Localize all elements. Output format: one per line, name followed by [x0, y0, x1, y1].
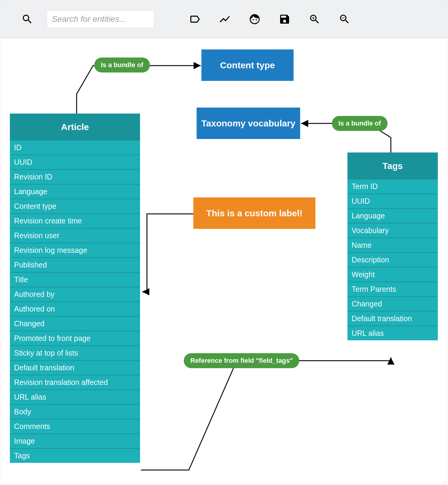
entity-field[interactable]: Name: [347, 238, 438, 253]
entity-header: Tags: [347, 152, 438, 179]
toolbar: [0, 0, 448, 38]
entity-field[interactable]: Revision log message: [10, 243, 140, 258]
entity-field[interactable]: Vocabulary: [347, 223, 438, 238]
label-icon[interactable]: [184, 12, 205, 26]
node-content-type[interactable]: Content type: [201, 49, 294, 81]
entity-field[interactable]: Revision ID: [10, 170, 140, 185]
entity-field[interactable]: UUID: [347, 194, 438, 209]
entity-field[interactable]: Promoted to front page: [10, 331, 140, 346]
entity-field[interactable]: Language: [347, 209, 438, 223]
entity-field[interactable]: Description: [347, 253, 438, 268]
zoom-in-icon[interactable]: [304, 12, 325, 26]
entity-field[interactable]: Language: [10, 185, 140, 199]
custom-label-box[interactable]: This is a custom label!: [193, 197, 315, 229]
entity-field[interactable]: Tags: [10, 449, 140, 463]
entity-field[interactable]: Revision create time: [10, 214, 140, 229]
timeline-icon[interactable]: [214, 12, 235, 26]
entity-field[interactable]: URL alias: [10, 390, 140, 405]
node-label: Content type: [220, 60, 275, 70]
entity-field[interactable]: Title: [10, 273, 140, 287]
entity-field[interactable]: Revision user: [10, 229, 140, 243]
entity-tags[interactable]: Tags Term ID UUID Language Vocabulary Na…: [347, 152, 438, 340]
entity-field[interactable]: Image: [10, 434, 140, 449]
entity-title: Tags: [382, 161, 403, 171]
entity-field[interactable]: Weight: [347, 268, 438, 282]
entity-field[interactable]: Term ID: [347, 179, 438, 194]
entity-field[interactable]: Body: [10, 405, 140, 419]
node-taxonomy-vocabulary[interactable]: Taxonomy vocabulary: [197, 108, 300, 139]
entity-field[interactable]: Sticky at top of lists: [10, 346, 140, 361]
zoom-out-icon[interactable]: [334, 12, 355, 26]
entity-field[interactable]: Changed: [10, 317, 140, 331]
entity-field[interactable]: Comments: [10, 419, 140, 434]
save-icon[interactable]: [274, 12, 295, 26]
entity-field[interactable]: Default translation: [347, 312, 438, 326]
custom-label-text: This is a custom label!: [206, 208, 303, 218]
node-label: Taxonomy vocabulary: [201, 118, 296, 129]
entity-field[interactable]: Revision translation affected: [10, 375, 140, 390]
edge-label-article-bundle: Is a bundle of: [94, 58, 150, 72]
entity-field[interactable]: URL alias: [347, 326, 438, 340]
entity-field[interactable]: Authored on: [10, 302, 140, 317]
entity-field[interactable]: Content type: [10, 199, 140, 214]
diagram-canvas[interactable]: Content type Taxonomy vocabulary This is…: [0, 38, 448, 485]
entity-field[interactable]: Published: [10, 258, 140, 273]
entity-field[interactable]: UUID: [10, 155, 140, 170]
resize-handle-icon[interactable]: [440, 478, 446, 484]
search-icon[interactable]: [17, 12, 38, 26]
entity-article[interactable]: Article ID UUID Revision ID Language Con…: [10, 114, 140, 463]
entity-field[interactable]: Authored by: [10, 287, 140, 302]
entity-title: Article: [61, 122, 89, 132]
search-input[interactable]: [47, 10, 154, 28]
entity-field[interactable]: ID: [10, 140, 140, 155]
entity-field[interactable]: Default translation: [10, 361, 140, 375]
entity-field[interactable]: Term Parents: [347, 282, 438, 297]
entity-header: Article: [10, 114, 140, 140]
edge-label-field-tags: Reference from field "field_tags": [184, 353, 299, 368]
face-icon[interactable]: [244, 12, 265, 26]
edge-label-tags-bundle: Is a bundle of: [332, 116, 388, 131]
entity-field[interactable]: Changed: [347, 297, 438, 312]
